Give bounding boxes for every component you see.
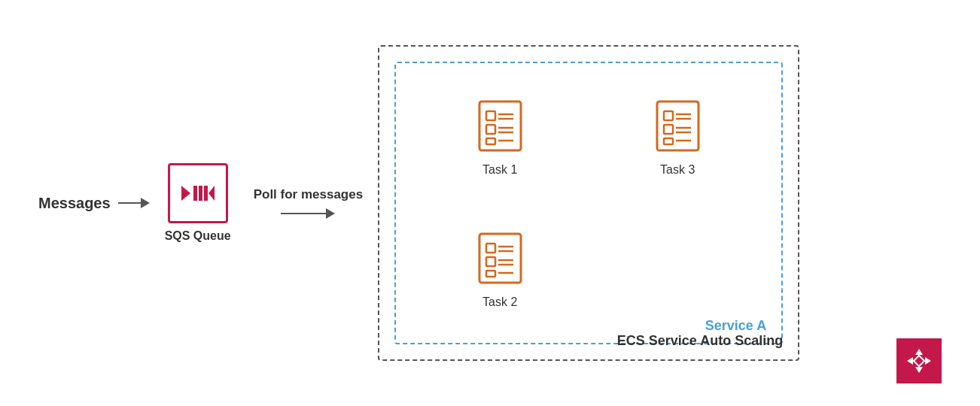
service-a-box: Task 1 Task 3 [394,62,783,344]
sqs-icon [168,163,228,223]
sqs-label: SQS Queue [165,229,231,243]
poll-line [281,213,326,214]
svg-rect-21 [664,138,673,144]
task-3-label: Task 3 [660,163,695,177]
svg-rect-36 [914,356,924,366]
svg-marker-0 [181,186,190,201]
svg-marker-33 [915,367,923,373]
arrow-line-segment [118,202,141,204]
svg-rect-6 [486,111,495,120]
svg-rect-27 [486,257,495,266]
svg-rect-2 [199,186,202,201]
messages-label: Messages [38,195,111,212]
svg-marker-34 [907,357,913,365]
task-1-icon [476,98,525,157]
svg-marker-35 [925,357,931,365]
svg-rect-9 [486,125,495,134]
messages-arrow [118,198,150,208]
task-2-icon [476,230,525,289]
svg-rect-1 [193,186,197,201]
task-1-label: Task 1 [482,163,517,177]
messages-section: Messages [38,195,150,212]
svg-marker-32 [915,349,923,355]
task-2-item: Task 2 [476,230,525,309]
task-3-icon [653,98,702,157]
poll-section: Poll for messages [254,187,364,219]
poll-arrow-head [326,208,335,219]
arrow-head [141,198,150,208]
task-1-item: Task 1 [476,98,525,177]
task3-icon-svg [653,98,702,154]
ecs-outer-label: ECS Service Auto Scaling [617,333,783,349]
svg-rect-18 [664,125,673,134]
svg-rect-3 [204,186,208,201]
watermark-badge [896,338,942,383]
ecs-outer-box: Task 1 Task 3 [378,45,799,361]
sqs-svg [175,171,221,216]
svg-rect-12 [486,138,495,144]
sqs-container: SQS Queue [165,163,231,243]
task-3-item: Task 3 [653,98,702,177]
task2-icon-svg [476,230,525,286]
svg-rect-24 [486,244,495,253]
svg-rect-15 [664,111,673,120]
task-icon-svg [476,98,525,154]
poll-label: Poll for messages [254,187,364,202]
architecture-diagram: Messages SQS Queue Poll for messag [38,23,942,383]
svg-marker-4 [208,186,215,201]
task-2-label: Task 2 [482,295,517,309]
service-a-label: Service A [705,318,766,334]
watermark-icon [904,346,934,376]
svg-rect-30 [486,271,495,277]
poll-arrow [281,208,335,219]
